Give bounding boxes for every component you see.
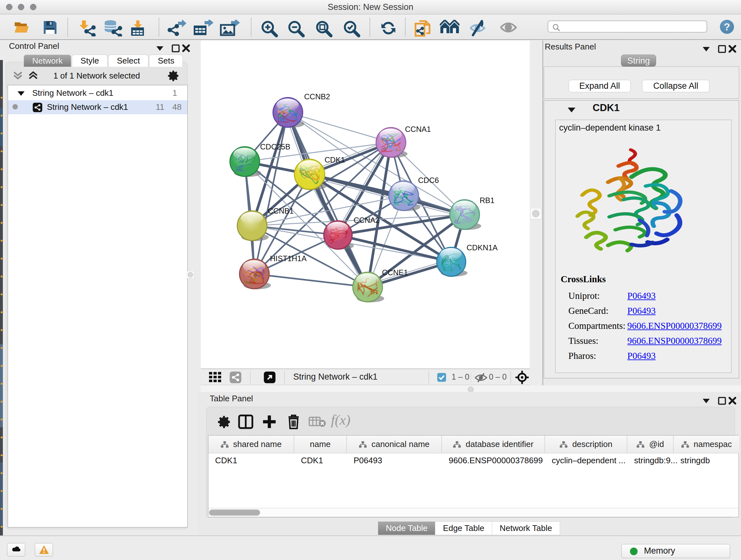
svg-text:CCNB1: CCNB1	[268, 206, 293, 215]
svg-text:HIST1H1A: HIST1H1A	[270, 254, 307, 263]
svg-text:CCNA2: CCNA2	[354, 216, 380, 225]
svg-text:RB1: RB1	[480, 196, 495, 205]
svg-text:CCNB2: CCNB2	[304, 92, 330, 101]
svg-text:CDKN1A: CDKN1A	[467, 243, 497, 252]
svg-text:CDC25B: CDC25B	[260, 142, 290, 151]
svg-text:CCNE1: CCNE1	[382, 268, 408, 277]
svg-text:CCNA1: CCNA1	[405, 125, 431, 133]
svg-text:CDC6: CDC6	[418, 176, 439, 185]
svg-text:CDK1: CDK1	[325, 155, 345, 164]
